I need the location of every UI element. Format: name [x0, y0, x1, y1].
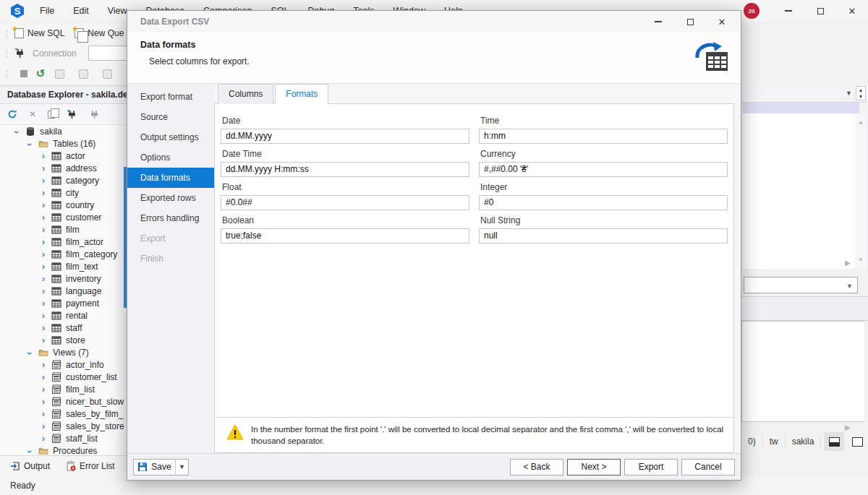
wizard-step[interactable]: Export format [127, 87, 214, 107]
tab-formats[interactable]: Formats [275, 84, 328, 104]
cancel-button[interactable]: Cancel [681, 459, 735, 475]
next-button[interactable]: Next > [567, 459, 621, 475]
expand-arrow-icon[interactable] [29, 348, 38, 358]
wizard-step[interactable]: Export [127, 228, 214, 249]
expand-arrow-icon[interactable] [42, 176, 51, 186]
tree-item[interactable]: staff [0, 322, 127, 334]
new-sql-button[interactable]: ★ New SQL [14, 28, 64, 38]
statusbar-item[interactable]: 0) [741, 434, 763, 449]
tree-item[interactable]: customer_list [0, 371, 127, 383]
export-button[interactable]: Export [624, 459, 678, 475]
close-button[interactable]: ✕ [836, 0, 868, 22]
expand-arrow-icon[interactable] [42, 298, 51, 309]
tree-item[interactable]: film_text [0, 260, 127, 272]
statusbar-item[interactable]: sakila [786, 434, 822, 449]
layout-single-button[interactable] [847, 432, 867, 451]
back-button[interactable]: < Back [510, 459, 563, 475]
tree-item[interactable]: actor_info [0, 358, 127, 371]
expand-arrow-icon[interactable] [29, 446, 38, 456]
expand-arrow-icon[interactable] [16, 126, 25, 137]
add-connection-icon[interactable] [67, 109, 77, 120]
maximize-button[interactable] [804, 0, 836, 22]
connection-input[interactable] [88, 46, 127, 61]
expand-arrow-icon[interactable] [42, 335, 51, 345]
expand-arrow-icon[interactable] [42, 188, 51, 198]
wizard-step[interactable]: Errors handling [127, 208, 214, 228]
menu-item[interactable]: Edit [65, 3, 97, 19]
expand-arrow-icon[interactable] [42, 360, 51, 370]
expand-arrow-icon[interactable] [42, 323, 51, 333]
expand-arrow-icon[interactable] [42, 262, 51, 272]
tree-item[interactable]: customer [0, 211, 127, 223]
tree-item[interactable]: sales_by_film_ [0, 408, 127, 420]
expand-arrow-icon[interactable] [29, 139, 38, 149]
tree-item[interactable]: film_category [0, 248, 127, 260]
wizard-step[interactable]: Output settings [127, 127, 214, 147]
tree-item[interactable]: store [0, 334, 127, 346]
user-avatar-badge[interactable]: JS [744, 3, 760, 19]
format-field-input[interactable]: true;false [221, 228, 469, 244]
grid-icon[interactable] [103, 69, 112, 79]
tree-item[interactable]: staff_list [0, 432, 127, 444]
expand-arrow-icon[interactable] [42, 384, 51, 395]
toolbar-grip[interactable]: ⋮ [3, 29, 10, 38]
wizard-step[interactable]: Exported rows [127, 188, 214, 208]
expand-arrow-icon[interactable] [42, 311, 51, 321]
tree-item[interactable]: film [0, 223, 127, 236]
expand-arrow-icon[interactable] [42, 212, 51, 223]
dialog-minimize-button[interactable] [642, 11, 674, 33]
tree-item[interactable]: payment [0, 297, 127, 309]
tree-item[interactable]: actor [0, 150, 127, 162]
new-query-button[interactable]: ★ New Que [75, 28, 124, 38]
expand-arrow-icon[interactable] [42, 434, 51, 444]
expand-arrow-icon[interactable] [42, 163, 51, 173]
play-icon[interactable]: ▶ [845, 259, 851, 267]
dialog-maximize-button[interactable] [674, 11, 706, 33]
editor-scrollbar[interactable]: ▲▼ [856, 113, 867, 269]
expand-arrow-icon[interactable] [42, 237, 51, 247]
expand-arrow-icon[interactable] [42, 397, 51, 407]
error-list-tab[interactable]: Error List [66, 461, 115, 471]
refresh-icon[interactable] [7, 109, 17, 119]
wizard-step[interactable]: Data formats [127, 168, 214, 188]
format-field-input[interactable]: h:mm [479, 129, 728, 144]
tree-item[interactable]: language [0, 285, 127, 297]
history-icon[interactable]: ↺ [36, 67, 46, 80]
tree-item[interactable]: Procedures [0, 444, 127, 455]
expand-arrow-icon[interactable] [42, 409, 51, 419]
toolbar-grip[interactable]: ⋮ [3, 49, 10, 59]
expand-arrow-icon[interactable] [42, 151, 51, 161]
dialog-close-button[interactable]: ✕ [706, 11, 738, 33]
tree-item[interactable]: film_list [0, 383, 127, 395]
snapshot-icon[interactable] [55, 69, 64, 79]
background-dropdown[interactable]: ▼ [744, 277, 858, 293]
format-field-input[interactable]: #,##0.00 '₴' [479, 162, 728, 177]
expand-arrow-icon[interactable] [42, 249, 51, 259]
tree-item[interactable]: Views (7) [0, 346, 127, 358]
expand-arrow-icon[interactable] [42, 225, 51, 235]
format-field-input[interactable]: dd.MM.yyyy [221, 129, 469, 144]
tree-item[interactable]: sakila [0, 125, 127, 137]
chevron-down-icon[interactable]: ▼ [846, 90, 852, 97]
tree-item[interactable]: sales_by_store [0, 420, 127, 432]
wizard-step[interactable]: Options [127, 147, 214, 168]
save-dropdown-button[interactable]: ▼ [175, 459, 189, 475]
expand-arrow-icon[interactable] [42, 421, 51, 431]
stop-icon[interactable] [20, 70, 27, 77]
wizard-step[interactable]: Source [127, 107, 214, 127]
tree-item[interactable]: Tables (16) [0, 137, 127, 150]
tree-item[interactable]: inventory [0, 272, 127, 285]
expand-arrow-icon[interactable] [42, 274, 51, 284]
menu-item[interactable]: File [32, 3, 62, 19]
tree-item[interactable]: category [0, 174, 127, 186]
new-connection-icon[interactable] [14, 48, 25, 59]
tree-item[interactable]: nicer_but_slow [0, 395, 127, 408]
expand-arrow-icon[interactable] [42, 286, 51, 296]
format-field-input[interactable]: null [479, 228, 728, 244]
disconnect-icon[interactable]: ✕ [29, 109, 36, 119]
plug-icon[interactable] [89, 109, 100, 120]
toolbar-grip[interactable]: ⋮ [3, 69, 10, 79]
save-button[interactable]: Save [133, 459, 175, 475]
splitter-handle[interactable]: ▲▼ [856, 86, 866, 100]
format-field-input[interactable]: dd.MM.yyyy H:mm:ss [221, 162, 469, 177]
